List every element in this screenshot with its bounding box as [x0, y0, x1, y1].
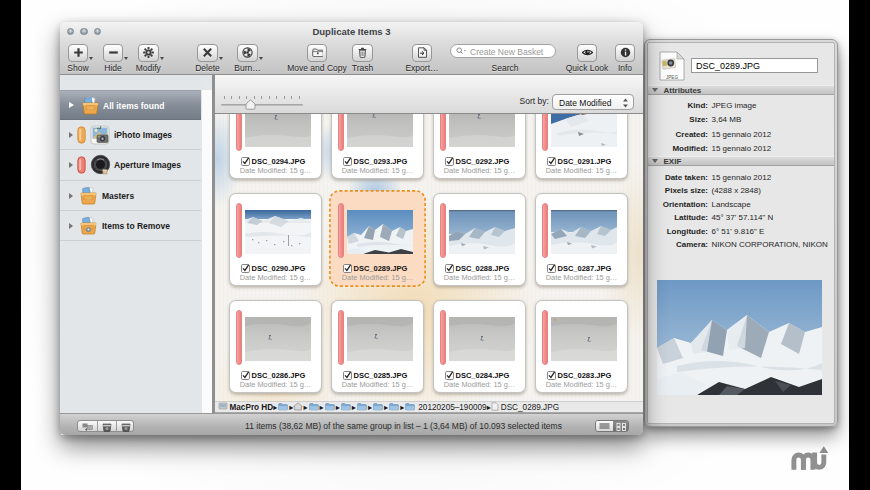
svg-text:JPEG: JPEG — [666, 75, 678, 80]
